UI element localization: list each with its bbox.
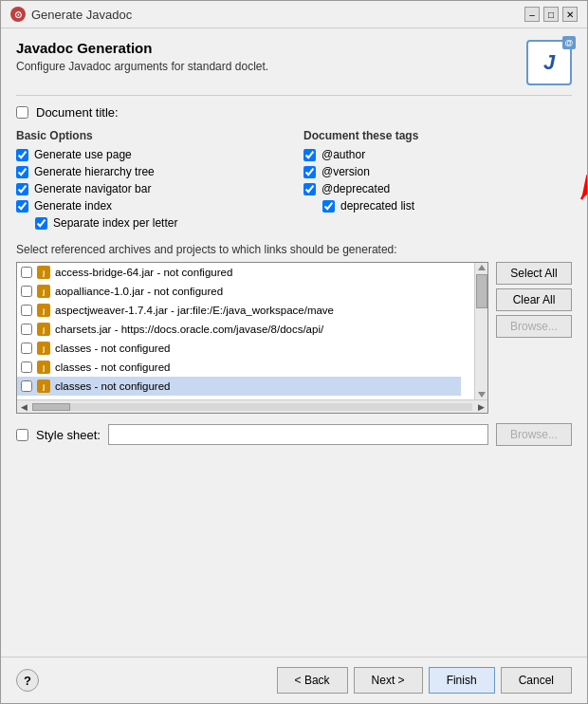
archives-label: Select referenced archives and projects …	[16, 243, 572, 256]
javadoc-icon: @ J	[526, 40, 572, 85]
main-content: Javadoc Generation Configure Javadoc arg…	[1, 28, 587, 657]
bottom-right: < Back Next > Finish Cancel	[277, 667, 572, 694]
page-title: Javadoc Generation	[16, 40, 268, 56]
basic-options-title: Basic Options	[16, 129, 285, 142]
option-generate-navigator-bar: Generate navigator bar	[16, 182, 285, 195]
label-separate-index: Separate index per letter	[53, 216, 177, 230]
archive-checkbox-5[interactable]	[21, 361, 32, 373]
jar-icon-0: j	[36, 265, 51, 280]
archive-label-6: classes - not configured	[55, 380, 170, 392]
h-scroll-thumb[interactable]	[32, 403, 70, 411]
archive-checkbox-1[interactable]	[21, 286, 32, 297]
stylesheet-row: Style sheet: Browse...	[16, 423, 572, 446]
checkbox-deprecated[interactable]	[303, 183, 316, 195]
jar-icon-5: j	[36, 360, 51, 375]
stylesheet-label: Style sheet:	[36, 428, 101, 442]
scroll-down-arrow[interactable]	[478, 392, 486, 398]
select-all-button[interactable]: Select All	[496, 262, 572, 285]
minimize-button[interactable]: –	[524, 7, 540, 22]
checkbox-version[interactable]	[303, 166, 316, 178]
checkbox-separate-index[interactable]	[35, 217, 47, 230]
clear-all-button[interactable]: Clear All	[496, 288, 572, 311]
list-item: j classes - not configured	[17, 377, 461, 396]
archive-label-0: access-bridge-64.jar - not configured	[55, 267, 232, 278]
browse-button[interactable]: Browse...	[496, 315, 572, 338]
window-title: Generate Javadoc	[31, 8, 132, 22]
maximize-button[interactable]: □	[543, 7, 559, 22]
vertical-scrollbar[interactable]	[474, 263, 487, 399]
scroll-up-arrow[interactable]	[478, 265, 486, 270]
archives-list[interactable]: j access-bridge-64.jar - not configured …	[17, 263, 474, 399]
label-version: @version	[322, 165, 370, 178]
list-item: j charsets.jar - https://docs.oracle.com…	[17, 320, 461, 339]
label-generate-navigator-bar: Generate navigator bar	[34, 182, 151, 195]
list-item: j access-bridge-64.jar - not configured	[17, 263, 461, 282]
label-author: @author	[322, 148, 365, 161]
list-item: j aopalliance-1.0.jar - not configured	[17, 282, 461, 301]
document-title-row: Document title:	[16, 105, 572, 120]
option-version: @version	[303, 165, 572, 178]
archives-section: Select referenced archives and projects …	[16, 243, 572, 414]
header-text: Javadoc Generation Configure Javadoc arg…	[16, 40, 268, 73]
back-button[interactable]: < Back	[277, 667, 348, 694]
scroll-right-arrow[interactable]: ▶	[474, 400, 487, 414]
horizontal-scrollbar[interactable]: ◀ ▶	[17, 399, 487, 413]
option-deprecated: @deprecated	[303, 182, 572, 195]
option-generate-hierarchy-tree: Generate hierarchy tree	[16, 165, 285, 178]
archive-label-4: classes - not configured	[55, 343, 170, 354]
bottom-bar: ? < Back Next > Finish Cancel	[1, 657, 587, 703]
close-button[interactable]: ✕	[562, 7, 578, 22]
jar-icon-1: j	[36, 284, 51, 299]
archive-checkbox-0[interactable]	[21, 267, 32, 278]
archive-checkbox-4[interactable]	[21, 343, 32, 354]
list-item: j classes - not configured	[17, 339, 461, 358]
jar-icon-2: j	[36, 303, 51, 318]
cancel-button[interactable]: Cancel	[501, 667, 572, 694]
label-generate-hierarchy-tree: Generate hierarchy tree	[34, 165, 155, 178]
archive-checkbox-2[interactable]	[21, 305, 32, 316]
label-deprecated-list: deprecated list	[340, 199, 414, 213]
checkbox-generate-navigator-bar[interactable]	[16, 183, 28, 195]
header-divider	[16, 95, 572, 96]
bottom-left: ?	[16, 669, 39, 692]
jar-icon-4: j	[36, 341, 51, 356]
option-generate-index: Generate index	[16, 199, 285, 213]
page-subtitle: Configure Javadoc arguments for standard…	[16, 60, 268, 73]
scroll-left-arrow[interactable]: ◀	[17, 400, 30, 414]
label-generate-use-page: Generate use page	[34, 148, 132, 161]
stylesheet-input[interactable]	[108, 424, 488, 445]
archives-list-container: j access-bridge-64.jar - not configured …	[16, 262, 488, 414]
archive-label-2: aspectjweaver-1.7.4.jar - jar:file:/E:/j…	[55, 305, 334, 316]
archive-label-3: charsets.jar - https://docs.oracle.com/j…	[55, 324, 323, 335]
list-item: j aspectjweaver-1.7.4.jar - jar:file:/E:…	[17, 301, 461, 320]
jar-icon-3: j	[36, 322, 51, 337]
finish-button[interactable]: Finish	[429, 667, 495, 694]
checkbox-generate-index[interactable]	[16, 200, 28, 213]
side-buttons: Select All Clear All Browse...	[496, 262, 572, 414]
label-generate-index: Generate index	[34, 199, 112, 213]
next-button[interactable]: Next >	[354, 667, 423, 694]
option-generate-use-page: Generate use page	[16, 148, 285, 161]
document-tags: Document these tags @author @version @de…	[303, 129, 572, 233]
document-title-checkbox[interactable]	[16, 106, 28, 119]
h-scroll-track	[32, 403, 472, 411]
checkbox-author[interactable]	[303, 149, 316, 161]
archive-label-5: classes - not configured	[55, 361, 170, 373]
title-bar: ⊙ Generate Javadoc – □ ✕	[1, 1, 587, 28]
stylesheet-checkbox[interactable]	[16, 429, 28, 441]
scroll-thumb[interactable]	[476, 274, 487, 308]
header-section: Javadoc Generation Configure Javadoc arg…	[16, 40, 572, 85]
window-icon: ⊙	[10, 7, 26, 22]
archive-checkbox-6[interactable]	[21, 380, 32, 392]
archive-checkbox-3[interactable]	[21, 324, 32, 335]
checkbox-deprecated-list[interactable]	[322, 200, 335, 213]
option-author: @author	[303, 148, 572, 161]
archives-list-inner: j access-bridge-64.jar - not configured …	[17, 263, 487, 399]
checkbox-generate-hierarchy-tree[interactable]	[16, 166, 28, 178]
help-button[interactable]: ?	[16, 669, 39, 692]
stylesheet-browse-button[interactable]: Browse...	[496, 423, 572, 446]
icon-badge: @	[562, 36, 576, 49]
label-deprecated: @deprecated	[322, 182, 390, 195]
checkbox-generate-use-page[interactable]	[16, 149, 28, 161]
red-arrow-annotation	[553, 142, 587, 218]
